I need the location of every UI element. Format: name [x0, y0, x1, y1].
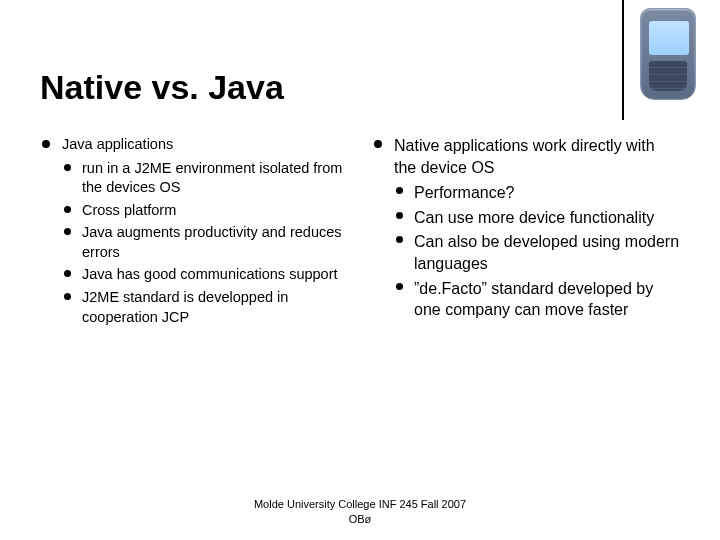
- footer-line-2: OBø: [0, 512, 720, 526]
- left-sublist: run in a J2ME environment isolated from …: [62, 159, 348, 328]
- list-item: Native applications work directly with t…: [372, 135, 680, 321]
- right-list: Native applications work directly with t…: [372, 135, 680, 321]
- list-item: Performance?: [394, 182, 680, 204]
- left-list: Java applications run in a J2ME environm…: [40, 135, 348, 327]
- right-column: Native applications work directly with t…: [372, 135, 680, 330]
- list-item: Java applications run in a J2ME environm…: [40, 135, 348, 327]
- mobile-phone-icon: [640, 8, 696, 100]
- page-title: Native vs. Java: [40, 68, 680, 107]
- right-sublist: Performance? Can use more device functio…: [394, 182, 680, 321]
- left-column: Java applications run in a J2ME environm…: [40, 135, 348, 330]
- list-item: Can also be developed using modern langu…: [394, 231, 680, 274]
- list-item: Java has good communications support: [62, 265, 348, 285]
- list-item: ”de.Facto” standard developed by one com…: [394, 278, 680, 321]
- vertical-divider: [622, 0, 624, 120]
- footer: Molde University College INF 245 Fall 20…: [0, 497, 720, 526]
- list-item: Can use more device functionality: [394, 207, 680, 229]
- slide: Native vs. Java Java applications run in…: [0, 0, 720, 540]
- list-heading: Java applications: [62, 136, 173, 152]
- footer-line-1: Molde University College INF 245 Fall 20…: [0, 497, 720, 511]
- list-item: Java augments productivity and reduces e…: [62, 223, 348, 262]
- list-item: run in a J2ME environment isolated from …: [62, 159, 348, 198]
- content-columns: Java applications run in a J2ME environm…: [40, 135, 680, 330]
- list-heading: Native applications work directly with t…: [394, 137, 655, 176]
- list-item: Cross platform: [62, 201, 348, 221]
- list-item: J2ME standard is developped in cooperati…: [62, 288, 348, 327]
